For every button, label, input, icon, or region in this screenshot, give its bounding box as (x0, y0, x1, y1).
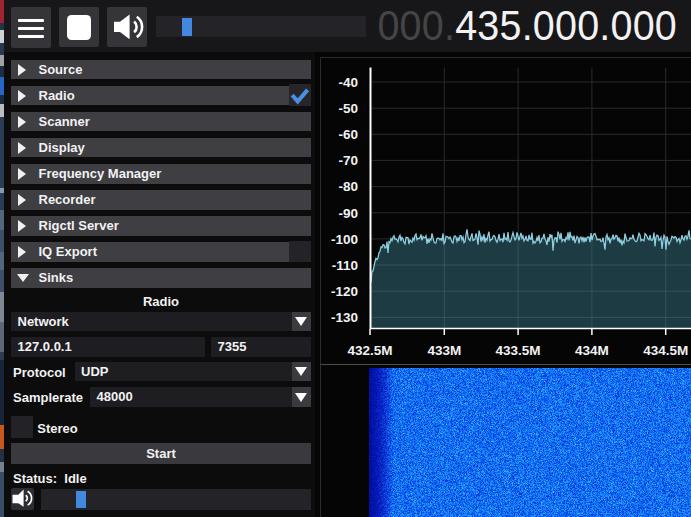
svg-text:432.5M: 432.5M (347, 343, 392, 358)
svg-text:-130: -130 (331, 310, 358, 325)
svg-text:-60: -60 (338, 127, 358, 142)
svg-text:-110: -110 (332, 258, 358, 273)
svg-text:433M: 433M (427, 343, 461, 358)
svg-text:434M: 434M (575, 343, 609, 358)
svg-text:-70: -70 (338, 153, 358, 168)
svg-text:-90: -90 (338, 206, 358, 221)
svg-text:433.5M: 433.5M (496, 343, 541, 358)
svg-text:-120: -120 (331, 284, 358, 299)
svg-text:-50: -50 (338, 101, 358, 116)
svg-text:434.5M: 434.5M (643, 343, 688, 358)
svg-text:-100: -100 (331, 232, 358, 247)
svg-text:-80: -80 (338, 179, 358, 194)
svg-text:-40: -40 (338, 75, 358, 90)
